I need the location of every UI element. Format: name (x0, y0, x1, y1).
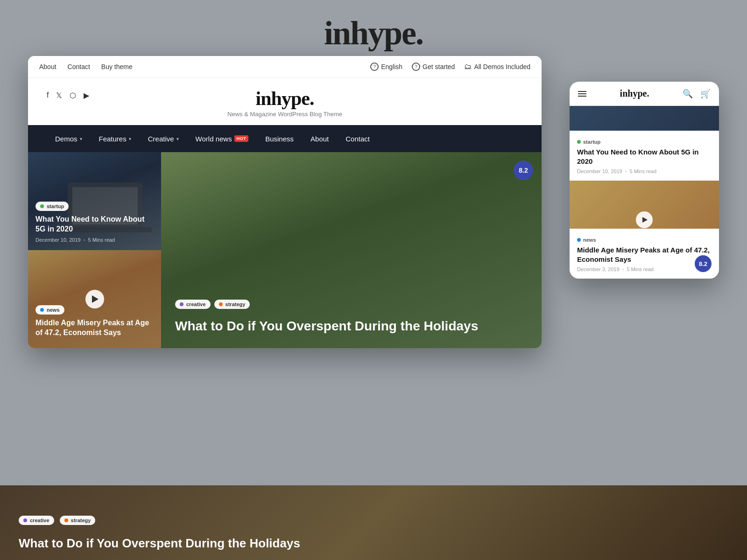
nav-world-news[interactable]: World news HOT (187, 125, 257, 152)
topbar-buy-theme[interactable]: Buy theme (101, 63, 133, 70)
site-header: f 𝕏 ⬡ ▶ inhype. News & Magazine WordPres… (28, 78, 542, 125)
mobile-bottom-date: December 3, 2019 (577, 266, 620, 272)
main-nav: Demos ▾ Features ▾ Creative ▾ World news… (28, 125, 542, 152)
top-bar-right: ? English ? Get started 🗂 All Demos Incl… (370, 63, 530, 71)
card-5g-meta: December 10, 2019 ◦ 5 Mins read (35, 237, 154, 243)
mobile-play-button[interactable] (636, 211, 653, 228)
mobile-article-top[interactable]: startup What You Need to Know About 5G i… (570, 106, 719, 181)
nav-about-label: About (310, 135, 329, 143)
mobile-green-dot (577, 140, 581, 144)
instagram-icon[interactable]: ⬡ (70, 91, 76, 100)
card-holidays-content: creative strategy What to Do if You Over… (175, 300, 528, 334)
card-5g-title: What You Need to Know About 5G in 2020 (35, 215, 154, 234)
bottom-strategy-tag: strategy (60, 516, 96, 525)
nav-world-news-label: World news (196, 135, 232, 143)
nav-business[interactable]: Business (257, 125, 302, 152)
card-5g-date: December 10, 2019 (35, 237, 81, 243)
hamburger-menu[interactable] (578, 91, 586, 97)
content-area: startup What You Need to Know About 5G i… (28, 152, 542, 348)
card-economist-content: news Middle Age Misery Peaks at Age of 4… (35, 305, 154, 341)
nav-demos[interactable]: Demos ▾ (47, 125, 91, 152)
mobile-bottom-title: Middle Age Misery Peaks at Age of 47.2, … (577, 245, 712, 264)
hamburger-line (578, 91, 586, 92)
site-logo[interactable]: inhype. (256, 87, 314, 110)
card-holidays-tags: creative strategy (175, 300, 528, 313)
card-economist-title: Middle Age Misery Peaks at Age of 47.2, … (35, 318, 154, 338)
language-selector[interactable]: ? English (370, 63, 402, 71)
card-5g[interactable]: startup What You Need to Know About 5G i… (28, 152, 161, 250)
card-economist[interactable]: news Middle Age Misery Peaks at Age of 4… (28, 250, 161, 348)
bottom-content: creative strategy What to Do if You Over… (19, 516, 300, 551)
score-badge: 8.2 (514, 161, 533, 180)
mobile-top-title: What You Need to Know About 5G in 2020 (577, 147, 712, 166)
mobile-top-meta: December 10, 2019 ◦ 5 Mins read (577, 168, 712, 174)
mobile-article-bottom[interactable]: news Middle Age Misery Peaks at Age of 4… (570, 181, 719, 279)
search-icon[interactable]: 🔍 (683, 89, 693, 99)
mobile-top-date: December 10, 2019 (577, 168, 622, 174)
news-label: news (47, 307, 60, 313)
bg-logo: inhype. (324, 14, 423, 53)
purple-dot (180, 302, 183, 306)
all-demos-label: All Demos Included (474, 63, 530, 70)
chevron-down-icon: ▾ (129, 136, 131, 141)
mobile-header: inhype. 🔍 🛒 (570, 82, 719, 106)
chevron-down-icon: ▾ (80, 136, 82, 141)
mobile-top-content: startup What You Need to Know About 5G i… (570, 131, 719, 181)
get-started-icon: ? (412, 63, 420, 71)
play-icon (92, 295, 99, 303)
mobile-bottom-meta: December 3, 2019 ◦ 5 Mins read (577, 266, 712, 272)
bottom-creative-tag: creative (19, 516, 54, 525)
hamburger-line (578, 93, 586, 94)
mobile-bottom-readtime: 5 Mins read (627, 266, 653, 272)
left-cards: startup What You Need to Know About 5G i… (28, 152, 161, 348)
mobile-score-badge: 8.2 (695, 255, 712, 272)
card-holidays-title: What to Do if You Overspent During the H… (175, 318, 528, 334)
folder-icon: 🗂 (464, 63, 472, 71)
facebook-icon[interactable]: f (47, 91, 49, 100)
bottom-creative-label: creative (30, 518, 49, 523)
nav-creative[interactable]: Creative ▾ (140, 125, 187, 152)
startup-tag: startup (35, 202, 69, 211)
creative-label: creative (186, 301, 206, 307)
strategy-label: strategy (226, 301, 246, 307)
nav-about[interactable]: About (302, 125, 337, 152)
mobile-bottom-content: news Middle Age Misery Peaks at Age of 4… (570, 229, 719, 279)
mobile-icons: 🔍 🛒 (683, 89, 711, 99)
all-demos-btn[interactable]: 🗂 All Demos Included (464, 63, 530, 71)
bottom-tags: creative strategy (19, 516, 300, 529)
chevron-down-icon: ▾ (176, 136, 179, 141)
mobile-logo[interactable]: inhype. (620, 88, 649, 99)
orange-dot (219, 302, 223, 306)
nav-features[interactable]: Features ▾ (91, 125, 140, 152)
youtube-icon[interactable]: ▶ (84, 91, 89, 100)
card-5g-content: startup What You Need to Know About 5G i… (35, 202, 154, 243)
twitter-icon[interactable]: 𝕏 (56, 91, 62, 100)
nav-contact-label: Contact (345, 135, 370, 143)
mobile-play-icon (642, 217, 648, 223)
site-tagline: News & Magazine WordPress Blog Theme (227, 111, 342, 118)
mobile-news-tag: news (577, 237, 596, 243)
startup-label: startup (47, 203, 64, 209)
cart-icon[interactable]: 🛒 (700, 89, 711, 99)
top-bar: About Contact Buy theme ? English ? Get … (28, 56, 542, 78)
bottom-purple-dot (23, 518, 27, 522)
green-dot (40, 204, 44, 208)
language-label: English (381, 63, 402, 70)
social-icons: f 𝕏 ⬡ ▶ (47, 91, 89, 100)
topbar-about[interactable]: About (39, 63, 56, 70)
mobile-card: inhype. 🔍 🛒 startup What You Need to Kno… (570, 82, 719, 279)
nav-business-label: Business (265, 135, 294, 143)
browser-window: About Contact Buy theme ? English ? Get … (28, 56, 542, 348)
mobile-startup-label: startup (583, 139, 600, 145)
mobile-news-label: news (583, 237, 596, 243)
blue-dot (40, 308, 44, 312)
card-5g-readtime: 5 Mins read (88, 237, 115, 243)
bottom-orange-dot (64, 518, 68, 522)
bottom-strategy-label: strategy (71, 518, 91, 523)
topbar-contact[interactable]: Contact (68, 63, 90, 70)
nav-contact[interactable]: Contact (337, 125, 378, 152)
card-holidays[interactable]: 8.2 creative strategy What to Do if You … (161, 152, 542, 348)
mobile-startup-tag: startup (577, 139, 600, 145)
get-started-btn[interactable]: ? Get started (412, 63, 455, 71)
strategy-tag: strategy (214, 300, 250, 309)
